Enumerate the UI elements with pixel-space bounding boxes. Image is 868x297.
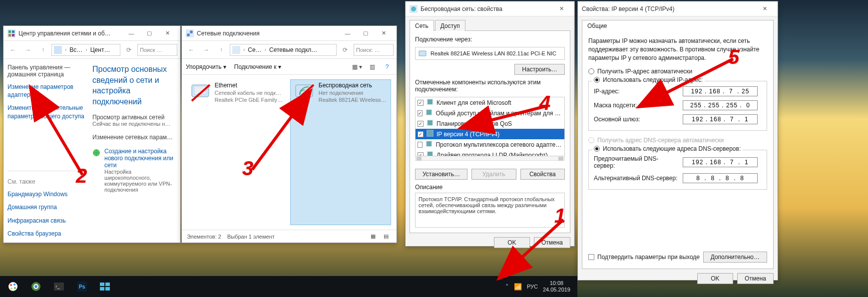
checkbox-icon[interactable] xyxy=(418,142,423,148)
titlebar[interactable]: Свойства: IP версии 4 (TCP/IPv4) ✕ xyxy=(578,1,778,16)
cancel-button[interactable]: Отмена xyxy=(534,237,570,248)
checkbox-icon[interactable] xyxy=(418,100,424,106)
breadcrumb[interactable]: › Се… › Сетевые подкл… xyxy=(230,44,337,56)
titlebar[interactable]: Сетевые подключения — ▢ ✕ xyxy=(182,26,397,41)
crumb-segment[interactable]: Цент… xyxy=(90,46,110,53)
component-item[interactable]: Планировщик пакетов QoS xyxy=(416,118,564,129)
radio-use-ip[interactable]: Использовать следующий IP-адрес: xyxy=(592,76,705,83)
maximize-button[interactable]: ▢ xyxy=(357,27,375,40)
tabs: Общие xyxy=(578,16,778,30)
tab-general[interactable]: Общие xyxy=(582,20,774,31)
connection-name: Беспроводная сеть xyxy=(319,82,388,89)
protocol-icon xyxy=(427,98,434,107)
checkbox-icon[interactable] xyxy=(418,110,423,116)
svg-rect-47 xyxy=(100,287,104,291)
tool-connect-to[interactable]: Подключение к ▾ xyxy=(234,63,281,70)
tool-organize[interactable]: Упорядочить ▾ xyxy=(186,63,226,70)
component-item[interactable]: IP версии 4 (TCP/IPv4) xyxy=(416,129,564,139)
search-input[interactable]: Поиск … xyxy=(137,44,177,56)
radio-auto-ip[interactable]: Получить IP-адрес автоматически xyxy=(588,67,767,76)
crumb-segment[interactable]: Сетевые подкл… xyxy=(269,46,317,53)
close-button[interactable]: ✕ xyxy=(158,27,176,40)
taskbar-paint[interactable] xyxy=(2,278,24,296)
sidebar-home[interactable]: Панель управления — домашняя страница xyxy=(7,64,84,78)
components-list[interactable]: Клиент для сетей MicrosoftОбщий доступ к… xyxy=(415,97,565,156)
taskbar-terminal[interactable]: ›_ xyxy=(48,278,70,296)
crumb-segment[interactable]: Се… xyxy=(248,46,261,53)
component-item[interactable]: Общий доступ к файлам и принтерам для се… xyxy=(416,108,564,118)
mask-label: Маска подсети: xyxy=(594,102,679,109)
help-button[interactable]: ? xyxy=(382,61,393,72)
component-item[interactable]: Клиент для сетей Microsoft xyxy=(416,97,564,108)
breadcrumb[interactable]: › Вс… › Цент… xyxy=(51,44,120,56)
minimize-button[interactable]: — xyxy=(339,27,357,40)
preview-pane-button[interactable]: ▥ xyxy=(367,61,378,72)
tab-sharing[interactable]: Доступ xyxy=(435,20,465,31)
up-button[interactable]: ↑ xyxy=(215,43,228,56)
sidebar-adapter-settings[interactable]: Изменение параметров адаптера xyxy=(7,83,84,99)
tab-network[interactable]: Сеть xyxy=(410,20,434,31)
titlebar[interactable]: Беспроводная сеть: свойства ✕ xyxy=(406,1,574,16)
dns2-input[interactable] xyxy=(683,173,758,183)
cancel-button[interactable]: Отмена xyxy=(737,273,774,284)
forward-button[interactable]: → xyxy=(21,43,34,56)
close-button[interactable]: ✕ xyxy=(756,2,774,15)
advanced-button[interactable]: Дополнительно… xyxy=(703,252,767,263)
radio-use-dns[interactable]: Использовать следующие адреса DNS-сервер… xyxy=(592,145,743,152)
sidebar-irda[interactable]: Инфракрасная связь xyxy=(7,217,84,225)
tray-language[interactable]: РУС xyxy=(527,284,538,290)
sidebar-firewall[interactable]: Брандмауэр Windows xyxy=(7,190,84,198)
taskbar-chrome[interactable] xyxy=(25,278,47,296)
back-button[interactable]: ← xyxy=(185,43,198,56)
tray-clock[interactable]: 10:08 24.05.2019 xyxy=(543,280,570,293)
ip-input[interactable] xyxy=(683,86,758,96)
search-input[interactable]: Поиск: … xyxy=(354,44,394,56)
protocol-icon xyxy=(427,119,434,128)
component-item[interactable]: Протокол мультиплексора сетевого адаптер… xyxy=(416,139,564,150)
sidebar-browser-props[interactable]: Свойства браузера xyxy=(7,230,84,238)
new-connection-link[interactable]: Создание и настройка нового подключения … xyxy=(104,148,176,169)
install-button[interactable]: Установить… xyxy=(415,169,467,180)
checkbox-icon[interactable] xyxy=(418,152,424,157)
view-details-button[interactable]: ▦ xyxy=(368,231,379,242)
properties-button[interactable]: Свойства xyxy=(520,169,565,180)
view-options-button[interactable]: ▦ ▾ xyxy=(352,61,363,72)
dns1-input[interactable] xyxy=(683,157,758,167)
remove-button[interactable]: Удалить xyxy=(471,169,516,180)
close-button[interactable]: ✕ xyxy=(552,2,570,15)
connection-ethernet[interactable]: Ethernet Сетевой кабель не подк… Realtek… xyxy=(187,80,287,225)
validate-checkbox[interactable]: Подтвердить параметры при выходе xyxy=(588,254,700,261)
svg-rect-5 xyxy=(54,46,62,54)
up-button[interactable]: ↑ xyxy=(36,43,49,56)
static-dns-group: Использовать следующие адреса DNS-сервер… xyxy=(588,150,767,190)
connection-wifi[interactable]: Беспроводная сеть Нет подключения Realte… xyxy=(291,80,391,225)
svg-text:Ps: Ps xyxy=(79,284,85,290)
maximize-button[interactable]: ▢ xyxy=(140,27,158,40)
ok-button[interactable]: OK xyxy=(494,237,530,248)
ok-button[interactable]: OK xyxy=(697,273,733,284)
mask-input[interactable] xyxy=(683,100,758,110)
close-button[interactable]: ✕ xyxy=(375,27,393,40)
sidebar: Панель управления — домашняя страница Из… xyxy=(3,59,88,243)
sidebar-advanced-sharing[interactable]: Изменить дополнительные параметры общего… xyxy=(7,104,84,120)
refresh-button[interactable]: ⟳ xyxy=(339,43,352,56)
crumb-segment[interactable]: Вс… xyxy=(69,46,82,53)
component-item[interactable]: Драйвер протокола LLDP (Майкрософт) xyxy=(416,150,564,156)
tray-up-icon[interactable]: ˄ xyxy=(505,283,509,291)
gateway-input[interactable] xyxy=(683,114,758,124)
forward-button[interactable]: → xyxy=(200,43,213,56)
status-count: Элементов: 2 xyxy=(187,234,221,240)
back-button[interactable]: ← xyxy=(6,43,19,56)
titlebar[interactable]: Центр управления сетями и об… — ▢ ✕ xyxy=(3,26,180,41)
view-tiles-button[interactable]: ▤ xyxy=(381,231,392,242)
checkbox-icon[interactable] xyxy=(418,121,424,127)
configure-button[interactable]: Настроить… xyxy=(514,64,565,75)
sidebar-homegroup[interactable]: Домашняя группа xyxy=(7,203,84,211)
taskbar-photoshop[interactable]: Ps xyxy=(71,278,93,296)
checkbox-icon[interactable] xyxy=(418,131,424,137)
minimize-button[interactable]: — xyxy=(122,27,140,40)
tray-network-icon[interactable]: 📶 xyxy=(514,283,522,291)
adapter-name: Realtek 8821AE Wireless LAN 802.11ac PCI… xyxy=(431,50,556,56)
taskbar-explorer[interactable] xyxy=(94,278,116,296)
refresh-button[interactable]: ⟳ xyxy=(122,43,135,56)
